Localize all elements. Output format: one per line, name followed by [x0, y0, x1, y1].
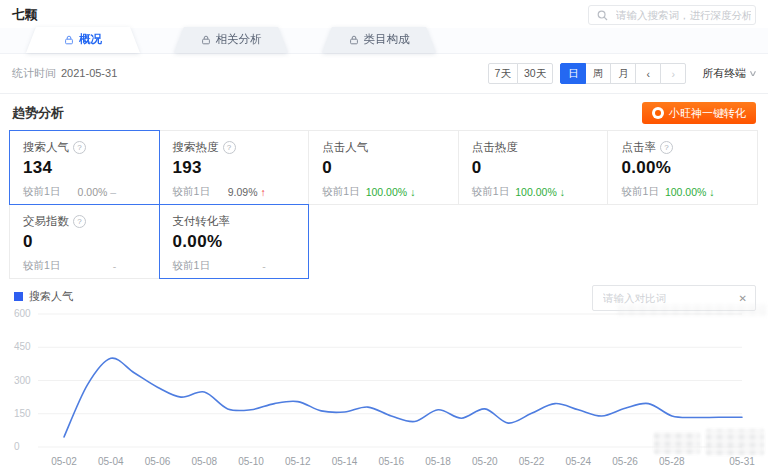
x-tick-label: 05-18: [425, 456, 451, 467]
legend-swatch-icon: [14, 292, 23, 301]
compare-label: 较前1日: [322, 185, 359, 199]
tab-related-analysis[interactable]: 相关分析: [174, 27, 288, 53]
compare-label: 较前1日: [173, 185, 210, 199]
tab-label: 类目构成: [364, 32, 410, 47]
metric-card-transaction-index[interactable]: 交易指数?0较前1日-: [9, 204, 160, 279]
tab-overview[interactable]: 概况: [26, 27, 140, 53]
metric-card-click-heat[interactable]: 点击热度0较前1日100.00%↓: [458, 130, 609, 205]
keyword-search-box[interactable]: [588, 5, 756, 25]
xiaowangshen-icon: [652, 107, 664, 119]
trend-down-icon: ↓: [410, 186, 415, 198]
x-tick-label: 05-16: [379, 456, 405, 467]
convert-button-label: 小旺神一键转化: [669, 106, 746, 121]
filter-bar: 统计时间2021-05-31 7天30天 日周月‹› 所有终端 ∨: [0, 54, 768, 94]
change-value: -: [262, 260, 266, 272]
trend-panel: 趋势分析 小旺神一键转化 搜索人气?134较前1日0.00%–搜索热度?193较…: [0, 102, 768, 470]
granularity-day-button[interactable]: 日: [560, 63, 586, 84]
compare-label: 较前1日: [23, 259, 60, 273]
metric-value: 134: [23, 158, 146, 178]
x-tick-label: 05-26: [612, 456, 638, 467]
top-bar: 七颗: [0, 0, 768, 28]
convert-button[interactable]: 小旺神一键转化: [642, 102, 756, 124]
prev-period-button[interactable]: ‹: [635, 63, 661, 84]
metric-grid: 搜索人气?134较前1日0.00%–搜索热度?193较前1日9.09%↑点击人气…: [10, 131, 758, 279]
compare-label: 较前1日: [472, 185, 509, 199]
granularity-group: 日周月‹›: [560, 63, 686, 84]
metric-value: 0: [23, 232, 146, 252]
range-button-group: 7天30天: [488, 63, 554, 84]
tab-lock-icon: [349, 35, 359, 45]
stat-time: 统计时间2021-05-31: [12, 66, 117, 81]
stat-time-label: 统计时间: [12, 67, 56, 79]
metric-card-payment-conversion-rate[interactable]: 支付转化率0.00%较前1日-: [159, 204, 310, 279]
chevron-down-icon: ∨: [748, 69, 757, 78]
y-tick-label: 450: [14, 341, 31, 352]
tab-label: 概况: [79, 32, 102, 47]
metric-value: 0.00%: [621, 158, 744, 178]
y-tick-label: 0: [14, 441, 20, 452]
x-tick-label: 05-31: [729, 456, 755, 467]
range-7d-button[interactable]: 7天: [488, 63, 518, 84]
search-icon: [597, 10, 608, 21]
stat-time-value: 2021-05-31: [61, 67, 117, 79]
terminal-label: 所有终端: [702, 66, 746, 81]
trend-down-icon: ↓: [709, 186, 714, 198]
x-tick-label: 05-04: [98, 456, 124, 467]
metric-value: 0.00%: [173, 232, 296, 252]
tab-lock-icon: [201, 35, 211, 45]
metric-card-click-rate[interactable]: 点击率?0.00%较前1日100.00%↓: [607, 130, 758, 205]
x-tick-label: 05-08: [191, 456, 217, 467]
keyword-search-input[interactable]: [614, 8, 753, 22]
y-tick-label: 600: [14, 308, 31, 319]
section-title: 趋势分析: [12, 104, 64, 122]
change-value: -: [113, 260, 117, 272]
next-period-button[interactable]: ›: [660, 63, 686, 84]
metric-card-search-heat[interactable]: 搜索热度?193较前1日9.09%↑: [159, 130, 310, 205]
granularity-week-button[interactable]: 周: [585, 63, 611, 84]
compare-label: 较前1日: [23, 185, 60, 199]
granularity-month-button[interactable]: 月: [610, 63, 636, 84]
x-tick-label: 05-10: [238, 456, 264, 467]
terminal-dropdown[interactable]: 所有终端 ∨: [702, 66, 756, 81]
change-value: 100.00%↓: [515, 186, 565, 198]
metric-name: 搜索热度: [173, 140, 219, 155]
clear-icon[interactable]: ✕: [739, 293, 747, 304]
change-text: -: [113, 260, 117, 272]
metric-name: 点击率: [621, 140, 656, 155]
trend-up-icon: ↑: [261, 186, 266, 198]
section-header: 趋势分析 小旺神一键转化: [12, 102, 756, 124]
x-tick-label: 05-22: [519, 456, 545, 467]
compare-input[interactable]: [601, 291, 733, 305]
x-tick-label: 05-12: [285, 456, 311, 467]
range-30d-button[interactable]: 30天: [517, 63, 553, 84]
change-text: 100.00%: [665, 186, 706, 198]
metric-name: 交易指数: [23, 214, 69, 229]
change-value: 9.09%↑: [228, 186, 266, 198]
keyword-title: 七颗: [12, 7, 37, 24]
change-value: 100.00%↓: [366, 186, 416, 198]
date-controls: 7天30天 日周月‹› 所有终端 ∨: [481, 63, 756, 84]
change-text: 100.00%: [366, 186, 407, 198]
change-text: 0.00%: [78, 186, 108, 198]
x-tick-label: 05-06: [145, 456, 171, 467]
metric-value: 0: [322, 158, 445, 178]
metric-card-search-popularity[interactable]: 搜索人气?134较前1日0.00%–: [9, 130, 160, 205]
metric-value: 0: [472, 158, 595, 178]
metric-value: 193: [173, 158, 296, 178]
x-tick-label: 05-24: [566, 456, 592, 467]
compare-label: 较前1日: [621, 185, 658, 199]
change-text: 9.09%: [228, 186, 258, 198]
tab-category-composition[interactable]: 类目构成: [322, 27, 436, 53]
metric-name: 支付转化率: [173, 214, 231, 229]
x-tick-label: 05-28: [659, 456, 685, 467]
info-icon: ?: [73, 215, 86, 228]
metric-card-click-popularity[interactable]: 点击人气0较前1日100.00%↓: [308, 130, 459, 205]
tab-bar: 概况相关分析类目构成: [0, 28, 768, 54]
compare-input-box[interactable]: ✕: [592, 285, 756, 311]
tab-lock-icon: [64, 35, 74, 45]
trend-flat-icon: –: [110, 186, 116, 198]
compare-label: 较前1日: [173, 259, 210, 273]
trend-line-chart[interactable]: 600450300150005-0205-0405-0605-0805-1005…: [10, 306, 756, 470]
change-value: 100.00%↓: [665, 186, 715, 198]
info-icon: ?: [73, 141, 86, 154]
